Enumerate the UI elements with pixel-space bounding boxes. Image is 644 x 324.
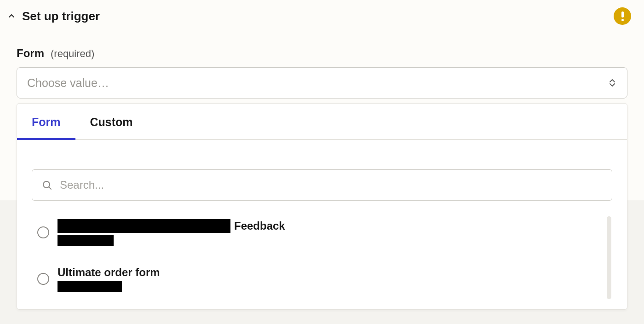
- search-box[interactable]: [32, 169, 612, 201]
- select-updown-icon: [608, 76, 617, 89]
- redacted-text: [58, 219, 230, 233]
- option-row[interactable]: Feedback: [32, 216, 607, 249]
- field-required-hint: (required): [51, 48, 94, 60]
- redacted-text: [58, 281, 122, 292]
- content-area: Form (required) Choose value… Form Custo…: [0, 29, 644, 310]
- svg-line-1: [49, 187, 52, 190]
- option-subtitle: [58, 235, 285, 246]
- option-title-suffix: Feedback: [234, 220, 285, 232]
- search-icon: [41, 179, 52, 191]
- option-title: Feedback: [58, 219, 285, 233]
- option-row[interactable]: Ultimate order form: [32, 263, 607, 295]
- radio-icon[interactable]: [37, 273, 49, 285]
- scrollbar[interactable]: [607, 216, 611, 299]
- options-list: Feedback Ultimate order form: [32, 216, 612, 309]
- dropdown-body: Feedback Ultimate order form: [17, 140, 627, 309]
- dropdown-panel: Form Custom F: [17, 103, 627, 310]
- section-header: Set up trigger: [0, 0, 644, 29]
- option-content: Ultimate order form: [58, 266, 160, 292]
- option-content: Feedback: [58, 219, 285, 246]
- section-title: Set up trigger: [22, 9, 100, 23]
- redacted-text: [58, 235, 114, 246]
- dropdown-tabs: Form Custom: [17, 104, 627, 140]
- form-select[interactable]: Choose value…: [17, 67, 627, 98]
- option-subtitle: [58, 281, 160, 292]
- field-label-row: Form (required): [17, 47, 627, 60]
- section-header-left: Set up trigger: [7, 9, 100, 23]
- option-title: Ultimate order form: [58, 266, 160, 279]
- warning-badge-icon[interactable]: [614, 7, 631, 25]
- search-input[interactable]: [60, 179, 603, 191]
- option-title-text: Ultimate order form: [58, 266, 160, 279]
- radio-icon[interactable]: [37, 226, 49, 238]
- field-label: Form: [17, 47, 44, 60]
- tab-custom[interactable]: Custom: [75, 104, 148, 139]
- select-placeholder: Choose value…: [27, 76, 109, 90]
- tab-form[interactable]: Form: [17, 104, 75, 139]
- collapse-icon[interactable]: [7, 12, 16, 20]
